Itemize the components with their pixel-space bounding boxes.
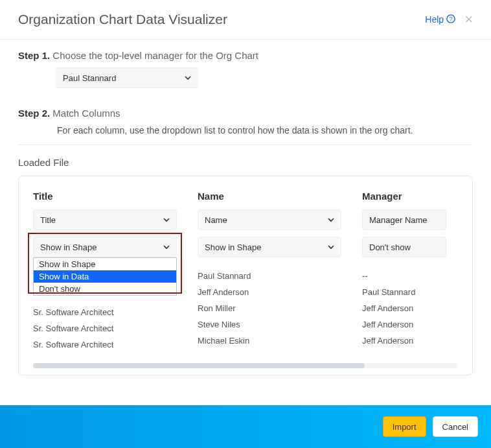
- list-item: --: [362, 268, 466, 284]
- step2-block: Step 2. Match Columns For each column, u…: [18, 108, 473, 136]
- column-data-list: -- Paul Stannard Jeff Anderson Jeff Ande…: [362, 268, 466, 349]
- help-link[interactable]: Help ?: [425, 14, 455, 25]
- dialog-body: Step 1. Choose the top-level manager for…: [0, 40, 491, 375]
- chevron-down-icon: [163, 242, 170, 252]
- close-icon[interactable]: ×: [464, 12, 473, 27]
- file-panel: Title Title Show in Shape Show in Shape …: [18, 176, 473, 375]
- header-actions: Help ? ×: [425, 12, 473, 27]
- column-display-value: Show in Shape: [205, 242, 261, 252]
- step2-sub: For each column, use the dropdown list t…: [57, 125, 473, 136]
- loaded-file-label: Loaded File: [18, 157, 473, 168]
- list-item: Steve Niles: [198, 316, 341, 333]
- cancel-button[interactable]: Cancel: [433, 416, 478, 437]
- column-manager: Manager Manager Name Don't show -- Paul …: [362, 191, 466, 353]
- list-item: Jeff Anderson: [362, 300, 466, 316]
- scrollbar-thumb[interactable]: [33, 363, 365, 368]
- step1-bold: Step 1.: [18, 50, 50, 61]
- top-manager-select[interactable]: Paul Stannard: [56, 67, 198, 88]
- list-item: Jeff Anderson: [362, 333, 466, 349]
- step1-text: Choose the top-level manager for the Org…: [52, 50, 258, 61]
- column-data-list: Sr. Software Architect Sr. Software Arch…: [33, 304, 177, 353]
- column-title: Title Title Show in Shape Show in Shape …: [33, 191, 177, 353]
- top-manager-value: Paul Stannard: [63, 73, 116, 83]
- chevron-down-icon: [328, 215, 334, 225]
- import-button[interactable]: Import: [383, 416, 426, 437]
- column-data-list: Paul Stannard Jeff Anderson Ron Miller S…: [198, 268, 341, 349]
- display-option[interactable]: Show in Data: [34, 270, 176, 283]
- columns-row: Title Title Show in Shape Show in Shape …: [33, 191, 458, 353]
- dialog-header: Organization Chart Data Visualizer Help …: [0, 0, 491, 40]
- column-display-select[interactable]: Don't show: [362, 237, 446, 257]
- column-display-value: Don't show: [369, 242, 411, 252]
- column-map-select[interactable]: Manager Name: [362, 209, 446, 230]
- step1-line: Step 1. Choose the top-level manager for…: [18, 50, 473, 61]
- list-item: Sr. Software Architect: [33, 304, 177, 320]
- list-item: Jeff Anderson: [198, 284, 341, 300]
- display-select-wrap: Show in Shape Show in Shape Show in Data…: [33, 237, 177, 264]
- display-select-menu: Show in Shape Show in Data Don't show: [33, 257, 177, 296]
- step2-text: Match Columns: [52, 108, 120, 119]
- column-name: Name Name Show in Shape Paul Stannard Je…: [198, 191, 341, 353]
- horizontal-scrollbar[interactable]: [33, 363, 458, 368]
- svg-text:?: ?: [450, 16, 453, 22]
- column-map-select[interactable]: Title: [33, 209, 177, 230]
- chevron-down-icon: [185, 73, 191, 83]
- column-display-value: Show in Shape: [40, 242, 97, 252]
- step2-bold: Step 2.: [18, 108, 50, 119]
- column-map-value: Manager Name: [369, 215, 428, 225]
- step2-line: Step 2. Match Columns: [18, 108, 473, 119]
- column-header: Title: [33, 191, 177, 202]
- column-map-value: Title: [40, 215, 56, 225]
- list-item: Sr. Software Architect: [33, 320, 177, 336]
- column-map-value: Name: [205, 215, 227, 225]
- chevron-down-icon: [163, 215, 170, 225]
- divider: [18, 145, 473, 145]
- column-display-select[interactable]: Show in Shape: [33, 237, 177, 257]
- list-item: Paul Stannard: [362, 284, 466, 300]
- help-link-label: Help: [425, 14, 444, 25]
- help-icon: ?: [446, 14, 455, 25]
- list-item: Michael Eskin: [198, 333, 341, 349]
- list-item: Sr. Software Architect: [33, 336, 177, 353]
- dialog-footer: Import Cancel: [0, 405, 491, 448]
- column-map-select[interactable]: Name: [198, 209, 341, 230]
- column-header: Name: [198, 191, 341, 202]
- list-item: Ron Miller: [198, 300, 341, 316]
- display-option[interactable]: Show in Shape: [34, 258, 176, 270]
- chevron-down-icon: [328, 242, 334, 252]
- column-header: Manager: [362, 191, 466, 202]
- list-item: Paul Stannard: [198, 268, 341, 284]
- dialog-title: Organization Chart Data Visualizer: [18, 12, 227, 27]
- column-display-select[interactable]: Show in Shape: [198, 237, 341, 257]
- display-option[interactable]: Don't show: [34, 283, 176, 295]
- list-item: Jeff Anderson: [362, 316, 466, 333]
